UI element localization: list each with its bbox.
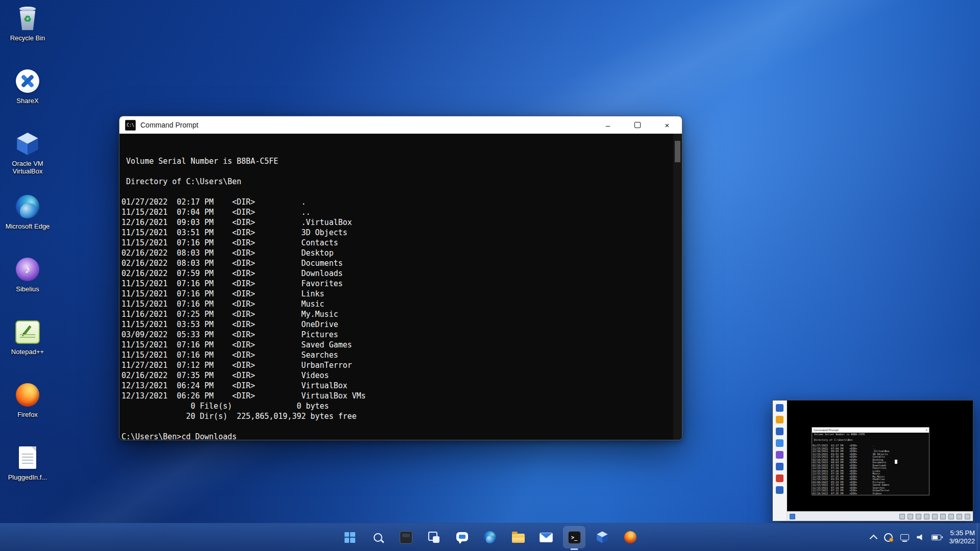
- start-button[interactable]: [338, 526, 361, 548]
- desktop-icon-label: ShareX: [16, 97, 38, 105]
- firefox-icon: [624, 531, 636, 543]
- document-icon: [14, 444, 41, 471]
- file-explorer-button[interactable]: [507, 526, 529, 548]
- preview-sidebar-icon[interactable]: [776, 439, 783, 447]
- search-icon: [374, 533, 382, 542]
- preview-mouse-cursor: [895, 460, 897, 464]
- terminal-text: Volume Serial Number is B8BA-C5FE Direct…: [121, 156, 670, 440]
- desktop-icon-label: Recycle Bin: [10, 34, 45, 42]
- notepadpp-icon: [14, 319, 41, 345]
- desktop-icon-sibelius[interactable]: ♪ Sibelius: [2, 252, 53, 315]
- preview-toolbar-icon[interactable]: [908, 514, 913, 519]
- preview-sidebar: [773, 400, 787, 521]
- recycle-bin-icon: ♻: [14, 5, 41, 32]
- preview-mini-terminal-text: Volume Serial Number is B8BA-C5FE Direct…: [812, 433, 929, 494]
- system-tray: 5:35 PM 3/9/2022: [871, 523, 975, 551]
- preview-sidebar-icon[interactable]: [776, 486, 783, 494]
- command-prompt-app-icon: [125, 120, 136, 131]
- folder-icon: [512, 534, 525, 543]
- task-view-icon: [428, 531, 440, 543]
- clock[interactable]: 5:35 PM 3/9/2022: [949, 529, 975, 545]
- scrollbar-thumb[interactable]: [675, 141, 680, 162]
- chat-icon: [456, 532, 468, 541]
- preview-toolbar-icon[interactable]: [957, 514, 962, 519]
- desktop-icon-pluggedin[interactable]: PluggedIn.f...: [2, 440, 53, 503]
- desktop-icon-firefox[interactable]: Firefox: [2, 378, 53, 440]
- pinned-dark-app-button[interactable]: [395, 526, 417, 548]
- window-title: Command Prompt: [140, 121, 199, 129]
- taskbar: 5:35 PM 3/9/2022: [0, 523, 980, 551]
- preview-toolbar-icon[interactable]: [932, 514, 938, 519]
- taskbar-center: [338, 526, 642, 548]
- maximize-icon: [634, 122, 641, 128]
- chat-button[interactable]: [451, 526, 473, 548]
- scrollbar[interactable]: [673, 134, 682, 440]
- sharex-icon: [14, 68, 41, 94]
- preview-toolbar-icon[interactable]: [948, 514, 954, 519]
- dark-app-icon: [400, 531, 412, 544]
- preview-toolbar-icon[interactable]: [940, 514, 946, 519]
- preview-toolbar: [787, 511, 973, 521]
- firefox-icon: [14, 382, 41, 408]
- task-view-button[interactable]: [423, 526, 445, 548]
- sync-tray-icon[interactable]: [884, 533, 893, 542]
- desktop-icon-label: Microsoft Edge: [6, 222, 50, 230]
- hidden-icons-chevron[interactable]: [870, 534, 878, 542]
- desktop-icon-label: Oracle VM VirtualBox: [3, 160, 52, 175]
- maximize-button[interactable]: [623, 116, 652, 134]
- preview-mini-title: Command Prompt: [814, 428, 839, 433]
- desktop-wallpaper: ♻ Recycle Bin ShareX Oracle VM VirtualBo…: [0, 0, 980, 551]
- screen-preview-window: Command Prompt × Volume Serial Number is…: [772, 400, 973, 521]
- desktop-icon-label: Sibelius: [16, 285, 39, 293]
- desktop-icon-virtualbox[interactable]: Oracle VM VirtualBox: [2, 127, 53, 189]
- desktop-icon-edge[interactable]: Microsoft Edge: [2, 189, 53, 252]
- preview-sidebar-icon[interactable]: [776, 416, 783, 423]
- preview-toolbar-icon[interactable]: [965, 514, 970, 519]
- desktop-icon-column: ♻ Recycle Bin ShareX Oracle VM VirtualBo…: [2, 1, 53, 503]
- clock-date: 3/9/2022: [949, 537, 975, 545]
- desktop-icon-notepadpp[interactable]: Notepad++: [2, 315, 53, 378]
- minimize-button[interactable]: –: [593, 116, 623, 134]
- desktop-icon-recycle-bin[interactable]: ♻ Recycle Bin: [2, 1, 53, 64]
- firefox-button[interactable]: [619, 526, 642, 548]
- preview-sidebar-icon[interactable]: [776, 428, 783, 435]
- preview-mini-close-icon: ×: [925, 428, 927, 433]
- command-prompt-window: Command Prompt – × Volume Serial Number …: [119, 116, 682, 440]
- preview-sidebar-icon[interactable]: [776, 404, 783, 412]
- clock-time: 5:35 PM: [949, 529, 975, 537]
- terminal-output[interactable]: Volume Serial Number is B8BA-C5FE Direct…: [119, 134, 682, 440]
- command-prompt-button[interactable]: [563, 526, 585, 548]
- preview-toolbar-icon[interactable]: [924, 514, 929, 519]
- preview-mini-cmd-window: Command Prompt × Volume Serial Number is…: [812, 427, 929, 495]
- preview-toolbar-icon[interactable]: [916, 514, 921, 519]
- mail-button[interactable]: [535, 526, 557, 548]
- sibelius-icon: ♪: [14, 256, 41, 283]
- edge-button[interactable]: [479, 526, 501, 548]
- close-button[interactable]: ×: [652, 116, 682, 134]
- preview-sidebar-icon[interactable]: [776, 451, 783, 459]
- desktop-icon-label: PluggedIn.f...: [8, 473, 47, 481]
- search-button[interactable]: [366, 526, 389, 548]
- show-desktop-button[interactable]: [977, 523, 980, 551]
- title-bar[interactable]: Command Prompt – ×: [119, 116, 682, 134]
- preview-toolbar-icon[interactable]: [899, 514, 905, 519]
- preview-mini-title-bar: Command Prompt ×: [812, 428, 929, 433]
- desktop-icon-sharex[interactable]: ShareX: [2, 64, 53, 127]
- edge-icon: [14, 193, 41, 220]
- preview-toolbar-icon[interactable]: [790, 514, 795, 519]
- preview-sidebar-icon[interactable]: [776, 463, 783, 470]
- preview-sidebar-icon[interactable]: [776, 474, 783, 482]
- desktop-icon-label: Firefox: [17, 411, 38, 418]
- battery-tray-icon[interactable]: [932, 535, 941, 540]
- edge-icon: [484, 531, 496, 543]
- network-tray-icon[interactable]: [900, 534, 909, 540]
- mail-icon: [540, 533, 553, 542]
- window-controls: – ×: [593, 116, 682, 134]
- command-prompt-icon: [568, 531, 581, 544]
- volume-tray-icon[interactable]: [917, 534, 924, 541]
- virtualbox-button[interactable]: [591, 526, 614, 548]
- virtualbox-icon: [14, 131, 41, 157]
- virtualbox-icon: [596, 531, 608, 543]
- desktop-icon-label: Notepad++: [11, 348, 44, 356]
- preview-screen[interactable]: Command Prompt × Volume Serial Number is…: [787, 400, 973, 521]
